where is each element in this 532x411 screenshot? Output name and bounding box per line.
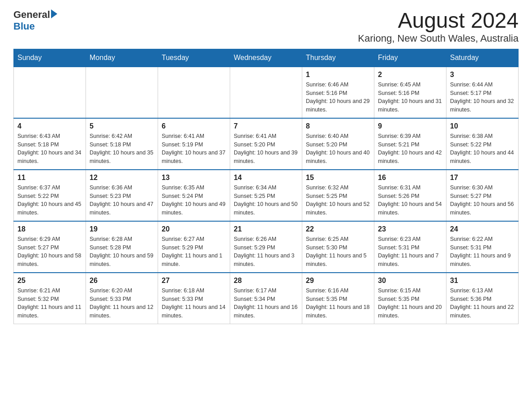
empty-cell [158,67,230,118]
day-header-monday: Monday [86,49,158,67]
day-info: Sunrise: 6:15 AMSunset: 5:35 PMDaylight:… [378,287,442,320]
day-info: Sunrise: 6:30 AMSunset: 5:27 PMDaylight:… [450,184,515,217]
week-row-5: 25Sunrise: 6:21 AMSunset: 5:32 PMDayligh… [14,273,519,324]
day-cell-21: 21Sunrise: 6:26 AMSunset: 5:29 PMDayligh… [230,221,302,273]
day-cell-5: 5Sunrise: 6:42 AMSunset: 5:18 PMDaylight… [86,118,158,170]
day-cell-6: 6Sunrise: 6:41 AMSunset: 5:19 PMDaylight… [158,118,230,170]
day-info: Sunrise: 6:16 AMSunset: 5:35 PMDaylight:… [306,287,370,320]
day-info: Sunrise: 6:27 AMSunset: 5:29 PMDaylight:… [162,235,226,269]
day-cell-27: 27Sunrise: 6:18 AMSunset: 5:33 PMDayligh… [158,273,230,324]
day-info: Sunrise: 6:36 AMSunset: 5:23 PMDaylight:… [90,184,154,217]
day-number: 6 [162,122,226,130]
day-number: 23 [378,225,442,233]
day-cell-25: 25Sunrise: 6:21 AMSunset: 5:32 PMDayligh… [14,273,86,324]
day-number: 4 [17,122,82,130]
day-number: 11 [17,174,82,182]
day-cell-13: 13Sunrise: 6:35 AMSunset: 5:24 PMDayligh… [158,170,230,221]
day-cell-22: 22Sunrise: 6:25 AMSunset: 5:30 PMDayligh… [302,221,374,273]
day-header-wednesday: Wednesday [230,49,302,67]
day-info: Sunrise: 6:38 AMSunset: 5:22 PMDaylight:… [450,132,515,166]
day-number: 22 [306,225,370,233]
day-cell-18: 18Sunrise: 6:29 AMSunset: 5:27 PMDayligh… [14,221,86,273]
day-info: Sunrise: 6:18 AMSunset: 5:33 PMDaylight:… [162,287,226,320]
day-number: 17 [450,174,515,182]
day-cell-24: 24Sunrise: 6:22 AMSunset: 5:31 PMDayligh… [446,221,519,273]
day-number: 1 [306,71,370,79]
day-number: 24 [450,225,515,233]
day-info: Sunrise: 6:42 AMSunset: 5:18 PMDaylight:… [90,132,154,166]
day-cell-31: 31Sunrise: 6:13 AMSunset: 5:36 PMDayligh… [446,273,519,324]
day-info: Sunrise: 6:45 AMSunset: 5:16 PMDaylight:… [378,81,442,114]
day-info: Sunrise: 6:26 AMSunset: 5:29 PMDaylight:… [234,235,298,269]
day-info: Sunrise: 6:13 AMSunset: 5:36 PMDaylight:… [450,287,515,320]
location-title: Kariong, New South Wales, Australia [358,33,519,44]
day-cell-10: 10Sunrise: 6:38 AMSunset: 5:22 PMDayligh… [446,118,519,170]
day-info: Sunrise: 6:23 AMSunset: 5:31 PMDaylight:… [378,235,442,269]
page-header: General Blue August 2024 Kariong, New So… [13,9,519,44]
day-info: Sunrise: 6:34 AMSunset: 5:25 PMDaylight:… [234,184,298,217]
empty-cell [86,67,158,118]
day-cell-30: 30Sunrise: 6:15 AMSunset: 5:35 PMDayligh… [374,273,446,324]
day-number: 25 [17,277,82,285]
day-cell-3: 3Sunrise: 6:44 AMSunset: 5:17 PMDaylight… [446,67,519,118]
day-info: Sunrise: 6:17 AMSunset: 5:34 PMDaylight:… [234,287,298,320]
day-info: Sunrise: 6:25 AMSunset: 5:30 PMDaylight:… [306,235,370,269]
calendar-table: SundayMondayTuesdayWednesdayThursdayFrid… [13,49,519,324]
logo: General Blue [13,9,57,32]
day-number: 9 [378,122,442,130]
day-cell-19: 19Sunrise: 6:28 AMSunset: 5:28 PMDayligh… [86,221,158,273]
day-number: 14 [234,174,298,182]
day-info: Sunrise: 6:37 AMSunset: 5:22 PMDaylight:… [17,184,82,217]
calendar-body: 1Sunrise: 6:46 AMSunset: 5:16 PMDaylight… [14,67,519,324]
day-number: 18 [17,225,82,233]
logo-blue: Blue [13,21,35,32]
logo-arrow-icon [51,9,57,18]
day-info: Sunrise: 6:35 AMSunset: 5:24 PMDaylight:… [162,184,226,217]
days-of-week-row: SundayMondayTuesdayWednesdayThursdayFrid… [14,49,519,67]
day-number: 8 [306,122,370,130]
month-title: August 2024 [358,9,519,33]
day-cell-1: 1Sunrise: 6:46 AMSunset: 5:16 PMDaylight… [302,67,374,118]
day-number: 3 [450,71,515,79]
day-number: 13 [162,174,226,182]
day-number: 10 [450,122,515,130]
day-info: Sunrise: 6:31 AMSunset: 5:26 PMDaylight:… [378,184,442,217]
day-cell-11: 11Sunrise: 6:37 AMSunset: 5:22 PMDayligh… [14,170,86,221]
day-cell-12: 12Sunrise: 6:36 AMSunset: 5:23 PMDayligh… [86,170,158,221]
day-info: Sunrise: 6:39 AMSunset: 5:21 PMDaylight:… [378,132,442,166]
day-cell-7: 7Sunrise: 6:41 AMSunset: 5:20 PMDaylight… [230,118,302,170]
day-info: Sunrise: 6:20 AMSunset: 5:33 PMDaylight:… [90,287,154,320]
day-cell-15: 15Sunrise: 6:32 AMSunset: 5:25 PMDayligh… [302,170,374,221]
day-cell-4: 4Sunrise: 6:43 AMSunset: 5:18 PMDaylight… [14,118,86,170]
day-cell-17: 17Sunrise: 6:30 AMSunset: 5:27 PMDayligh… [446,170,519,221]
day-cell-8: 8Sunrise: 6:40 AMSunset: 5:20 PMDaylight… [302,118,374,170]
day-number: 28 [234,277,298,285]
day-number: 16 [378,174,442,182]
day-number: 30 [378,277,442,285]
day-cell-26: 26Sunrise: 6:20 AMSunset: 5:33 PMDayligh… [86,273,158,324]
day-info: Sunrise: 6:40 AMSunset: 5:20 PMDaylight:… [306,132,370,166]
day-number: 15 [306,174,370,182]
day-info: Sunrise: 6:41 AMSunset: 5:19 PMDaylight:… [162,132,226,166]
day-number: 31 [450,277,515,285]
day-cell-29: 29Sunrise: 6:16 AMSunset: 5:35 PMDayligh… [302,273,374,324]
day-info: Sunrise: 6:29 AMSunset: 5:27 PMDaylight:… [17,235,82,269]
day-number: 21 [234,225,298,233]
day-number: 12 [90,174,154,182]
day-cell-20: 20Sunrise: 6:27 AMSunset: 5:29 PMDayligh… [158,221,230,273]
day-info: Sunrise: 6:43 AMSunset: 5:18 PMDaylight:… [17,132,82,166]
day-header-friday: Friday [374,49,446,67]
day-number: 26 [90,277,154,285]
day-header-saturday: Saturday [446,49,519,67]
day-number: 2 [378,71,442,79]
day-cell-28: 28Sunrise: 6:17 AMSunset: 5:34 PMDayligh… [230,273,302,324]
day-number: 27 [162,277,226,285]
day-header-tuesday: Tuesday [158,49,230,67]
day-info: Sunrise: 6:32 AMSunset: 5:25 PMDaylight:… [306,184,370,217]
calendar-header: SundayMondayTuesdayWednesdayThursdayFrid… [14,49,519,67]
day-cell-23: 23Sunrise: 6:23 AMSunset: 5:31 PMDayligh… [374,221,446,273]
title-block: August 2024 Kariong, New South Wales, Au… [358,9,519,44]
logo-general: General [13,9,50,21]
day-info: Sunrise: 6:46 AMSunset: 5:16 PMDaylight:… [306,81,370,114]
day-number: 20 [162,225,226,233]
